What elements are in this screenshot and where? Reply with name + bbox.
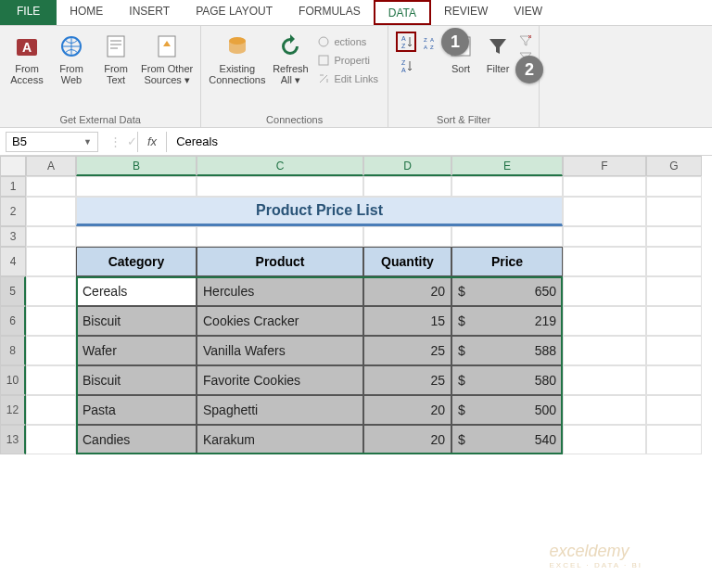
sort-za-button[interactable]: ZA [396, 56, 416, 76]
from-other-sources-button[interactable]: From Other Sources ▾ [139, 30, 195, 87]
from-text-button[interactable]: From Text [95, 30, 137, 87]
col-header[interactable]: D [363, 156, 451, 176]
name-box[interactable]: B5▼ [6, 132, 98, 152]
header-cell[interactable]: Category [76, 247, 197, 276]
data-cell[interactable]: 20 [363, 395, 451, 425]
cell[interactable] [563, 247, 646, 276]
cell[interactable] [646, 395, 702, 425]
row-header[interactable]: 1 [0, 176, 26, 197]
connections-link[interactable]: ections [313, 33, 382, 50]
data-cell[interactable]: Candies [76, 425, 197, 454]
cell[interactable] [197, 226, 363, 247]
cell[interactable] [563, 425, 646, 454]
tab-insert[interactable]: INSERT [116, 0, 183, 25]
cell[interactable] [26, 247, 76, 276]
cell[interactable] [76, 176, 197, 197]
data-cell[interactable]: $650 [451, 276, 563, 306]
refresh-all-button[interactable]: Refresh All ▾ [269, 30, 312, 87]
cell[interactable] [646, 365, 702, 395]
cell[interactable] [26, 226, 76, 247]
tab-data[interactable]: DATA [374, 0, 431, 25]
data-cell[interactable]: Pasta [76, 395, 197, 425]
clear-icon[interactable] [518, 33, 533, 46]
cell[interactable] [363, 176, 451, 197]
tab-formulas[interactable]: FORMULAS [286, 0, 374, 25]
cell[interactable] [563, 365, 646, 395]
data-cell[interactable]: Vanilla Wafers [197, 336, 363, 365]
data-cell[interactable]: 15 [363, 306, 451, 336]
cell[interactable] [563, 306, 646, 336]
cell[interactable] [646, 425, 702, 454]
cell[interactable] [563, 276, 646, 306]
row-header[interactable]: 10 [0, 365, 26, 395]
data-cell[interactable]: $540 [451, 425, 563, 454]
from-web-button[interactable]: From Web [50, 30, 93, 87]
data-cell[interactable]: Hercules [197, 276, 363, 306]
title-cell[interactable]: Product Price List [76, 197, 563, 226]
cell[interactable] [26, 176, 76, 197]
cell[interactable] [646, 336, 702, 365]
cell[interactable] [563, 395, 646, 425]
cell[interactable] [197, 176, 363, 197]
data-cell[interactable]: Cookies Cracker [197, 306, 363, 336]
edit-links-link[interactable]: Edit Links [313, 70, 382, 87]
data-cell[interactable]: Biscuit [76, 306, 197, 336]
cell[interactable] [26, 425, 76, 454]
cell[interactable] [26, 306, 76, 336]
data-cell[interactable]: $219 [451, 306, 563, 336]
cell[interactable] [563, 336, 646, 365]
row-header[interactable]: 8 [0, 336, 26, 365]
row-header[interactable]: 4 [0, 247, 26, 276]
col-header[interactable]: A [26, 156, 76, 176]
data-cell[interactable]: 20 [363, 276, 451, 306]
tab-review[interactable]: REVIEW [431, 0, 501, 25]
cell[interactable] [563, 176, 646, 197]
select-all-corner[interactable] [0, 156, 26, 176]
cell[interactable] [451, 176, 563, 197]
tab-home[interactable]: HOME [57, 0, 116, 25]
tab-file[interactable]: FILE [0, 0, 57, 25]
row-header[interactable]: 12 [0, 395, 26, 425]
cell[interactable] [646, 247, 702, 276]
header-cell[interactable]: Quantity [363, 247, 451, 276]
tab-view[interactable]: VIEW [501, 0, 555, 25]
from-access-button[interactable]: AFrom Access [6, 30, 48, 87]
data-cell[interactable]: Karakum [197, 425, 363, 454]
data-cell[interactable]: $580 [451, 365, 563, 395]
row-header[interactable]: 3 [0, 226, 26, 247]
cell[interactable] [26, 276, 76, 306]
cell[interactable] [646, 306, 702, 336]
cell[interactable] [646, 226, 702, 247]
row-header[interactable]: 2 [0, 197, 26, 226]
tab-page-layout[interactable]: PAGE LAYOUT [183, 0, 286, 25]
col-header[interactable]: B [76, 156, 197, 176]
data-cell[interactable]: Favorite Cookies [197, 365, 363, 395]
cell[interactable] [76, 226, 197, 247]
cell[interactable] [26, 336, 76, 365]
cell[interactable] [26, 395, 76, 425]
data-cell[interactable]: $500 [451, 395, 563, 425]
col-header[interactable]: E [451, 156, 563, 176]
existing-connections-button[interactable]: Existing Connections [207, 30, 267, 87]
header-cell[interactable]: Price [451, 247, 563, 276]
sort-zab-button[interactable]: ZAAZ [420, 32, 440, 52]
cell[interactable] [563, 226, 646, 247]
cell[interactable] [646, 276, 702, 306]
data-cell[interactable]: Cereals [76, 276, 197, 306]
row-header[interactable]: 6 [0, 306, 26, 336]
cell[interactable] [451, 226, 563, 247]
formula-input[interactable]: Cereals [167, 134, 712, 148]
data-cell[interactable]: $588 [451, 336, 563, 365]
cell[interactable] [363, 226, 451, 247]
row-header[interactable]: 5 [0, 276, 26, 306]
cell[interactable] [26, 197, 76, 226]
header-cell[interactable]: Product [197, 247, 363, 276]
cell[interactable] [646, 176, 702, 197]
cell[interactable] [563, 197, 646, 226]
data-cell[interactable]: Biscuit [76, 365, 197, 395]
data-cell[interactable]: 20 [363, 425, 451, 454]
cell[interactable] [26, 365, 76, 395]
filter-button[interactable]: Filter [479, 30, 516, 80]
data-cell[interactable]: Wafer [76, 336, 197, 365]
fx-label[interactable]: fx [137, 132, 167, 152]
